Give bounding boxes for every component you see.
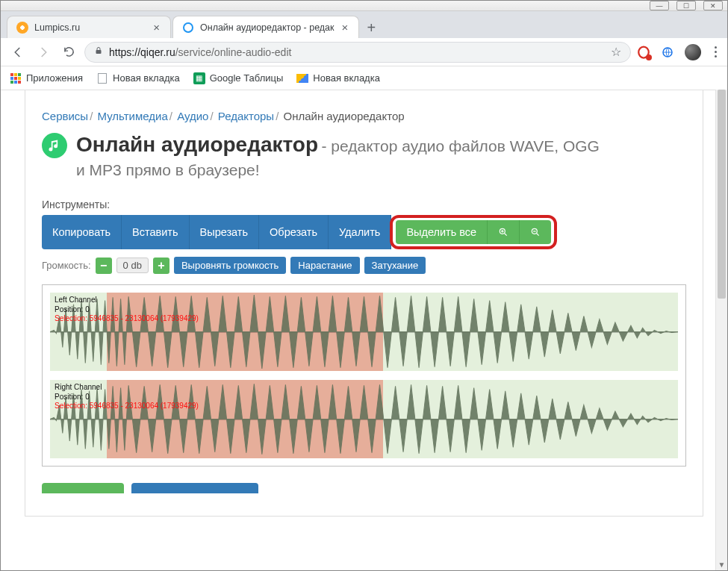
partial-bottom-controls bbox=[42, 483, 686, 493]
bookmark-label: Приложения bbox=[26, 72, 83, 84]
back-button[interactable] bbox=[8, 43, 28, 62]
fade-out-button[interactable]: Затухание bbox=[364, 257, 426, 274]
page-subtitle-line2: и MP3 прямо в браузере! bbox=[76, 157, 686, 193]
tab-title: Онлайн аудиоредактор - редак bbox=[200, 22, 335, 33]
svg-point-2 bbox=[638, 46, 649, 57]
url-text: https://qiqer.ru/service/online-audio-ed… bbox=[109, 46, 605, 58]
browser-tab-lumpics[interactable]: Lumpics.ru × bbox=[7, 16, 171, 38]
waveform-panel[interactable]: Left Channel Position: 0 Selection: 5946… bbox=[42, 284, 686, 467]
extension-globe-icon[interactable] bbox=[661, 46, 674, 59]
copy-button[interactable]: Копировать bbox=[42, 215, 122, 249]
scroll-thumb[interactable] bbox=[718, 90, 726, 299]
paste-button[interactable]: Вставить bbox=[122, 215, 189, 249]
bookmark-item[interactable]: Новая вкладка bbox=[96, 72, 180, 84]
bookmark-label: Новая вкладка bbox=[113, 72, 180, 84]
apps-grid-icon bbox=[10, 72, 22, 84]
breadcrumb-link[interactable]: Мультимедиа bbox=[98, 110, 168, 122]
browser-tabstrip: Lumpics.ru × Онлайн аудиоредактор - реда… bbox=[1, 11, 727, 38]
breadcrumb-current: Онлайн аудиоредактор bbox=[283, 110, 404, 122]
scroll-down-icon[interactable]: ▼ bbox=[716, 558, 727, 570]
page-title: Онлайн аудиоредактор bbox=[76, 133, 318, 156]
favicon-icon bbox=[16, 22, 28, 34]
bookmark-label: Google Таблицы bbox=[210, 72, 284, 84]
waveform-channel-right[interactable]: Right Channel Position: 0 Selection: 594… bbox=[50, 380, 678, 458]
breadcrumb-link[interactable]: Редакторы bbox=[218, 110, 274, 122]
window-minimize-button[interactable]: — bbox=[650, 1, 669, 10]
tab-title: Lumpics.ru bbox=[34, 22, 80, 33]
omnibox[interactable]: https://qiqer.ru/service/online-audio-ed… bbox=[84, 42, 631, 63]
select-all-button[interactable]: Выделить все bbox=[396, 220, 488, 244]
lock-icon bbox=[94, 46, 103, 57]
breadcrumb: Сервисы/ Мультимедиа/ Аудио/ Редакторы/ … bbox=[42, 104, 686, 133]
svg-rect-1 bbox=[96, 50, 102, 54]
address-bar: https://qiqer.ru/service/online-audio-ed… bbox=[1, 38, 727, 66]
volume-label: Громкость: bbox=[42, 260, 91, 271]
bookmarks-bar: Приложения Новая вкладка ▦ Google Таблиц… bbox=[1, 66, 727, 90]
volume-down-button[interactable]: − bbox=[96, 258, 112, 274]
zoom-out-button[interactable] bbox=[520, 220, 551, 244]
extension-opera-icon[interactable] bbox=[637, 46, 650, 59]
favicon-icon bbox=[182, 22, 194, 34]
volume-up-button[interactable]: + bbox=[153, 258, 169, 274]
tab-close-button[interactable]: × bbox=[340, 22, 350, 33]
annotation-highlight: Выделить все bbox=[390, 215, 557, 249]
channel-position: Position: 0 bbox=[55, 393, 199, 402]
tab-close-button[interactable]: × bbox=[152, 22, 161, 33]
delete-button[interactable]: Удалить bbox=[329, 215, 391, 249]
zoom-in-button[interactable] bbox=[488, 220, 520, 244]
bookmark-item[interactable]: ▦ Google Таблицы bbox=[193, 72, 284, 84]
partial-button[interactable] bbox=[42, 483, 124, 493]
vertical-scrollbar[interactable]: ▲ ▼ bbox=[715, 90, 727, 570]
page-viewport: Сервисы/ Мультимедиа/ Аудио/ Редакторы/ … bbox=[1, 90, 727, 571]
picture-icon bbox=[296, 72, 308, 84]
channel-selection: Selection: 5946835 - 23130064 (17939429) bbox=[55, 402, 199, 411]
browser-menu-button[interactable] bbox=[712, 43, 720, 60]
tools-toolbar: Копировать Вставить Вырезать Обрезать Уд… bbox=[42, 215, 686, 249]
trim-button[interactable]: Обрезать bbox=[259, 215, 329, 249]
normalize-button[interactable]: Выровнять громкость bbox=[174, 257, 286, 274]
bookmark-item[interactable]: Новая вкладка bbox=[296, 72, 380, 84]
sheets-icon: ▦ bbox=[193, 72, 205, 84]
window-close-button[interactable]: ✕ bbox=[703, 1, 723, 10]
profile-avatar[interactable] bbox=[685, 44, 701, 60]
bookmark-star-icon[interactable]: ☆ bbox=[611, 45, 621, 59]
volume-value: 0 db bbox=[116, 258, 149, 273]
svg-point-0 bbox=[184, 23, 193, 32]
browser-tab-qiqer[interactable]: Онлайн аудиоредактор - редак × bbox=[172, 16, 359, 38]
bookmark-label: Новая вкладка bbox=[313, 72, 380, 84]
channel-name: Right Channel bbox=[55, 383, 199, 393]
waveform-channel-left[interactable]: Left Channel Position: 0 Selection: 5946… bbox=[50, 293, 678, 371]
page-subtitle: - редактор аудио файлов WAVE, OGG bbox=[322, 137, 600, 155]
cut-button[interactable]: Вырезать bbox=[190, 215, 260, 249]
channel-selection: Selection: 5946835 - 23130064 (17939429) bbox=[55, 314, 199, 324]
bookmark-apps[interactable]: Приложения bbox=[10, 72, 83, 84]
fade-in-button[interactable]: Нарастание bbox=[290, 257, 359, 274]
document-icon bbox=[96, 72, 108, 84]
window-maximize-button[interactable]: ☐ bbox=[676, 1, 696, 10]
tools-label: Инструменты: bbox=[42, 199, 686, 215]
new-tab-button[interactable]: + bbox=[361, 17, 382, 38]
reload-button[interactable] bbox=[59, 43, 78, 62]
breadcrumb-link[interactable]: Сервисы bbox=[42, 110, 88, 122]
channel-name: Left Channel bbox=[55, 296, 199, 305]
volume-toolbar: Громкость: − 0 db + Выровнять громкость … bbox=[42, 249, 686, 274]
partial-button[interactable] bbox=[131, 483, 258, 493]
music-note-icon bbox=[42, 133, 67, 158]
forward-button[interactable] bbox=[34, 43, 53, 62]
channel-position: Position: 0 bbox=[55, 305, 199, 315]
breadcrumb-link[interactable]: Аудио bbox=[177, 110, 208, 122]
window-titlebar: — ☐ ✕ bbox=[1, 1, 727, 11]
